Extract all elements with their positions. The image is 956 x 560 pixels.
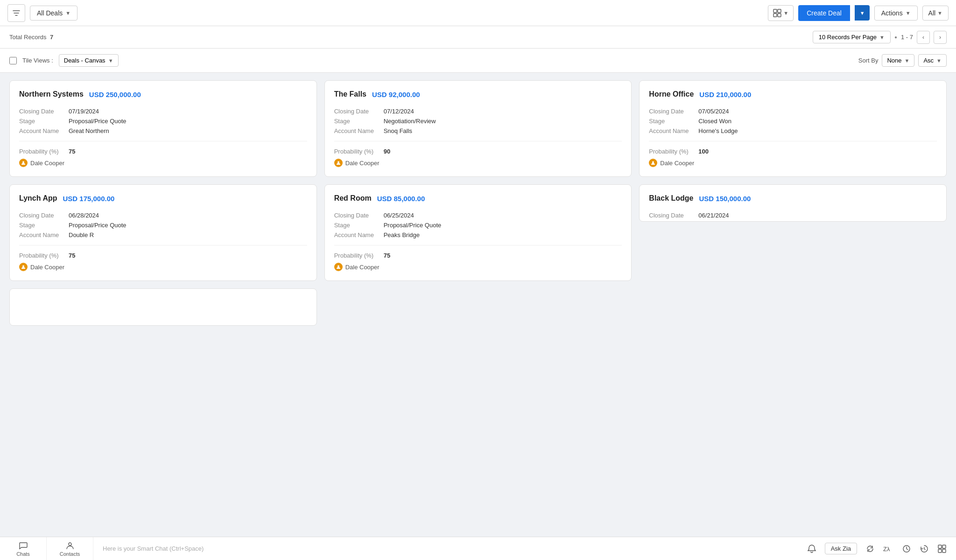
card-header: The Falls USD 92,000.00	[334, 90, 622, 98]
probability-label: Probability (%)	[19, 148, 66, 155]
deal-card-partial[interactable]	[9, 288, 317, 326]
owner-avatar-icon	[19, 159, 28, 167]
deal-card-northern-systems[interactable]: Northern Systems USD 250,000.00 Closing …	[9, 80, 317, 177]
closing-date-field: Closing Date 07/05/2024	[649, 108, 937, 115]
main-content: Northern Systems USD 250,000.00 Closing …	[0, 73, 956, 537]
closing-date-value: 07/12/2024	[384, 108, 414, 115]
owner-name: Dale Cooper	[345, 160, 380, 167]
next-page-button[interactable]: ›	[934, 31, 947, 44]
sort-by-label: Sort By	[858, 57, 879, 64]
svg-point-4	[22, 161, 24, 163]
account-name-label: Account Name	[334, 127, 381, 134]
card-header: Red Room USD 85,000.00	[334, 194, 622, 203]
notification-button[interactable]	[807, 544, 816, 553]
probability-label: Probability (%)	[649, 148, 696, 155]
closing-date-value: 07/05/2024	[698, 108, 729, 115]
svg-point-8	[337, 266, 339, 267]
account-name-value: Horne's Lodge	[698, 127, 738, 134]
card-header: Lynch App USD 175,000.00	[19, 194, 307, 203]
deal-card-horne-office[interactable]: Horne Office USD 210,000.00 Closing Date…	[639, 80, 947, 177]
closing-date-value: 06/28/2024	[69, 212, 99, 219]
account-name-label: Account Name	[19, 231, 66, 238]
all-button[interactable]: All ▼	[922, 6, 949, 21]
svg-rect-3	[778, 14, 781, 17]
stage-value: Proposal/Price Quote	[69, 118, 127, 125]
closing-date-label: Closing Date	[334, 108, 381, 115]
deal-card-the-falls[interactable]: The Falls USD 92,000.00 Closing Date 07/…	[324, 80, 632, 177]
prev-page-button[interactable]: ‹	[917, 31, 930, 44]
closing-date-label: Closing Date	[19, 212, 66, 219]
per-page-button[interactable]: 10 Records Per Page ▼	[813, 31, 891, 43]
probability-field: Probability (%) 100	[649, 148, 937, 155]
account-name-field: Account Name Horne's Lodge	[649, 127, 937, 134]
settings-bottom-button[interactable]	[937, 544, 947, 553]
svg-rect-0	[773, 9, 777, 13]
contacts-label: Contacts	[60, 551, 80, 557]
history-button[interactable]	[920, 544, 929, 553]
all-deals-button[interactable]: All Deals ▼	[30, 6, 77, 21]
owner-name: Dale Cooper	[345, 264, 380, 271]
create-deal-dropdown-button[interactable]: ▼	[855, 5, 870, 21]
probability-field: Probability (%) 75	[334, 252, 622, 259]
owner-name: Dale Cooper	[30, 264, 64, 271]
deal-card-red-room[interactable]: Red Room USD 85,000.00 Closing Date 06/2…	[324, 184, 632, 281]
svg-rect-1	[778, 9, 781, 13]
select-all-checkbox[interactable]	[9, 57, 17, 64]
sort-none-button[interactable]: None ▼	[882, 54, 914, 67]
page-dot: ●	[894, 35, 897, 40]
actions-chevron: ▼	[906, 10, 911, 16]
deal-name: The Falls	[334, 90, 366, 98]
account-name-value: Snoq Falls	[384, 127, 412, 134]
card-header: Horne Office USD 210,000.00	[649, 90, 937, 98]
tile-view-select-button[interactable]: Deals - Canvas ▼	[59, 54, 119, 67]
all-deals-chevron: ▼	[65, 10, 70, 16]
probability-value: 75	[69, 148, 75, 155]
all-deals-label: All Deals	[37, 9, 63, 17]
actions-button[interactable]: Actions ▼	[874, 6, 918, 21]
account-name-label: Account Name	[649, 127, 696, 134]
grid-view-button[interactable]: ▼	[768, 5, 794, 21]
closing-date-value: 07/19/2024	[69, 108, 99, 115]
chats-tab[interactable]: Chats	[0, 537, 47, 560]
stage-label: Stage	[334, 222, 381, 229]
all-chevron: ▼	[937, 10, 942, 16]
grid-view-chevron: ▼	[783, 10, 788, 16]
account-name-field: Account Name Great Northern	[19, 127, 307, 134]
card-divider	[334, 245, 622, 245]
clock-button[interactable]	[902, 544, 911, 553]
create-deal-button[interactable]: Create Deal	[798, 5, 850, 21]
probability-value: 90	[384, 148, 390, 155]
text-zoom-button[interactable]: Zλ	[883, 544, 893, 553]
smart-chat-input[interactable]: Here is your Smart Chat (Ctrl+Space)	[93, 545, 798, 552]
deal-card-black-lodge[interactable]: Black Lodge USD 150,000.00 Closing Date …	[639, 184, 947, 222]
closing-date-label: Closing Date	[334, 212, 381, 219]
tile-view-value: Deals - Canvas	[64, 57, 105, 64]
stage-field: Stage Proposal/Price Quote	[334, 222, 622, 229]
deal-amount: USD 250,000.00	[89, 91, 141, 98]
sort-none-chevron: ▼	[905, 58, 910, 63]
svg-point-10	[69, 543, 71, 546]
ask-zia-button[interactable]: Ask Zia	[825, 543, 857, 554]
probability-value: 75	[384, 252, 390, 259]
account-name-value: Great Northern	[69, 127, 109, 134]
sort-section: Sort By None ▼ Asc ▼	[858, 54, 947, 67]
svg-rect-15	[938, 549, 942, 553]
stage-label: Stage	[19, 118, 66, 125]
contacts-tab[interactable]: Contacts	[47, 537, 93, 560]
owner-avatar-icon	[649, 159, 657, 167]
per-page-label: 10 Records Per Page	[819, 34, 877, 41]
closing-date-field: Closing Date 07/19/2024	[19, 108, 307, 115]
tile-views-label: Tile Views :	[22, 57, 53, 64]
svg-text:Zλ: Zλ	[883, 546, 890, 553]
sort-order-button[interactable]: Asc ▼	[918, 54, 947, 67]
account-name-label: Account Name	[334, 231, 381, 238]
svg-rect-16	[942, 549, 946, 553]
refresh-button[interactable]	[865, 544, 875, 553]
deal-card-lynch-app[interactable]: Lynch App USD 175,000.00 Closing Date 06…	[9, 184, 317, 281]
closing-date-field: Closing Date 06/28/2024	[19, 212, 307, 219]
card-owner: Dale Cooper	[649, 159, 937, 167]
deal-amount: USD 150,000.00	[699, 195, 751, 203]
stage-label: Stage	[19, 222, 66, 229]
filter-button[interactable]	[7, 4, 25, 22]
card-owner: Dale Cooper	[19, 159, 307, 167]
